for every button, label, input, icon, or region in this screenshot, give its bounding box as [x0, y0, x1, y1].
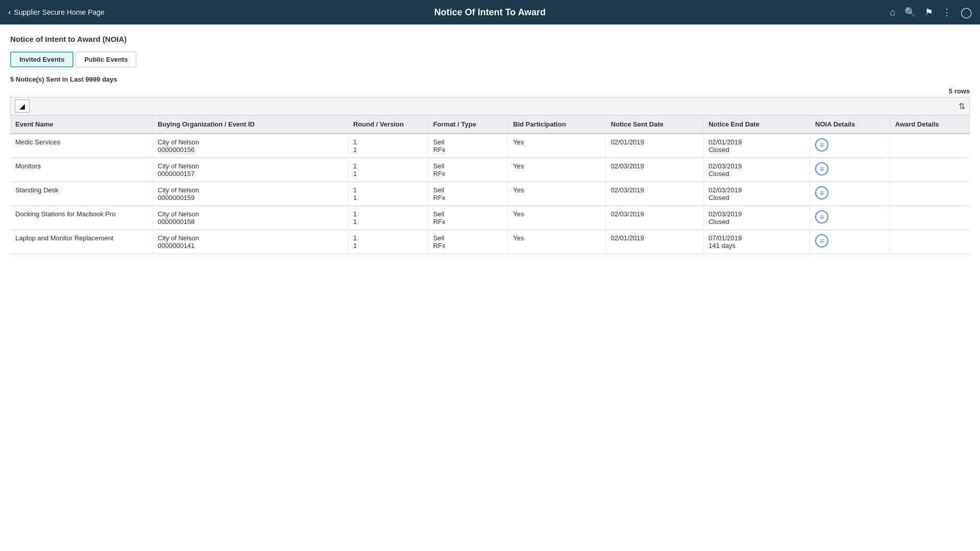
cell-format-type: SellRFx [428, 230, 508, 254]
back-nav[interactable]: ‹ Supplier Secure Home Page [8, 8, 105, 17]
tabs-container: Invited Events Public Events [10, 52, 970, 67]
cell-noia-details: ≡ [810, 182, 890, 206]
rows-info: 5 rows [10, 87, 970, 95]
cell-event-name: Docking Stations for Macbook Pro [10, 206, 153, 230]
cell-award-details [890, 134, 970, 158]
user-icon[interactable]: ◯ [961, 6, 972, 18]
cell-buying-org: City of Nelson0000000157 [153, 158, 348, 182]
cell-bid-participation: Yes [508, 158, 605, 182]
cell-format-type: SellRFx [428, 206, 508, 230]
cell-bid-participation: Yes [508, 182, 605, 206]
filter-button[interactable]: ◢ [15, 99, 30, 113]
cell-notice-sent-date: 02/03/2019 [605, 158, 703, 182]
col-header-buying-org: Buying Organization / Event ID [153, 115, 348, 134]
cell-round-version: 11 [348, 134, 428, 158]
search-icon[interactable]: 🔍 [904, 7, 916, 18]
col-header-event-name: Event Name [10, 115, 153, 134]
cell-buying-org: City of Nelson0000000156 [153, 134, 348, 158]
cell-bid-participation: Yes [508, 230, 605, 254]
col-header-notice-sent: Notice Sent Date [605, 115, 703, 134]
cell-notice-end-date: 07/01/2019141 days [703, 230, 810, 254]
col-header-notice-end: Notice End Date [703, 115, 810, 134]
table-row: Docking Stations for Macbook Pro City of… [10, 206, 970, 230]
cell-award-details [890, 158, 970, 182]
page-heading: Notice of Intent to Award (NOIA) [10, 35, 970, 43]
cell-notice-end-date: 02/03/2019Closed [703, 206, 810, 230]
table-row: Medic Services City of Nelson0000000156 … [10, 134, 970, 158]
cell-notice-end-date: 02/03/2019Closed [703, 182, 810, 206]
page-title: Notice Of Intent To Award [434, 7, 546, 18]
cell-notice-sent-date: 02/01/2019 [605, 230, 703, 254]
cell-event-name: Monitors [10, 158, 153, 182]
cell-round-version: 11 [348, 182, 428, 206]
header-icon-group: ⌂ 🔍 ⚑ ⋮ ◯ [890, 6, 972, 18]
col-header-noia-details: NOIA Details [810, 115, 890, 134]
cell-noia-details: ≡ [810, 206, 890, 230]
cell-award-details [890, 206, 970, 230]
col-header-format: Format / Type [428, 115, 508, 134]
cell-noia-details: ≡ [810, 134, 890, 158]
col-header-round: Round / Version [348, 115, 428, 134]
noia-details-icon[interactable]: ≡ [815, 162, 828, 176]
more-icon[interactable]: ⋮ [942, 7, 951, 18]
cell-notice-end-date: 02/03/2019Closed [703, 158, 810, 182]
noia-table: Event Name Buying Organization / Event I… [10, 115, 970, 254]
back-nav-label: Supplier Secure Home Page [14, 8, 104, 16]
cell-round-version: 11 [348, 158, 428, 182]
noia-details-icon[interactable]: ≡ [815, 138, 828, 152]
cell-buying-org: City of Nelson0000000158 [153, 206, 348, 230]
table-toolbar: ◢ ⇅ [10, 97, 970, 115]
noia-details-icon[interactable]: ≡ [815, 234, 828, 247]
cell-award-details [890, 182, 970, 206]
main-content: Notice of Intent to Award (NOIA) Invited… [0, 24, 980, 264]
cell-award-details [890, 230, 970, 254]
cell-noia-details: ≡ [810, 230, 890, 254]
cell-event-name: Medic Services [10, 134, 153, 158]
cell-bid-participation: Yes [508, 134, 605, 158]
sort-icon[interactable]: ⇅ [959, 102, 965, 111]
tab-public-events[interactable]: Public Events [76, 52, 136, 67]
noia-details-icon[interactable]: ≡ [815, 186, 828, 199]
cell-format-type: SellRFx [428, 134, 508, 158]
cell-notice-sent-date: 02/01/2019 [605, 134, 703, 158]
cell-event-name: Standing Desk [10, 182, 153, 206]
back-arrow-icon: ‹ [8, 8, 11, 17]
cell-bid-participation: Yes [508, 206, 605, 230]
cell-buying-org: City of Nelson0000000141 [153, 230, 348, 254]
noia-details-icon[interactable]: ≡ [815, 210, 828, 223]
notice-count: 5 Notice(s) Sent in Last 9999 days [10, 76, 970, 83]
table-header-row: Event Name Buying Organization / Event I… [10, 115, 970, 134]
cell-format-type: SellRFx [428, 158, 508, 182]
cell-format-type: SellRFx [428, 182, 508, 206]
cell-noia-details: ≡ [810, 158, 890, 182]
home-icon[interactable]: ⌂ [890, 7, 895, 18]
flag-icon[interactable]: ⚑ [925, 7, 933, 18]
tab-invited-events[interactable]: Invited Events [10, 52, 74, 67]
table-row: Standing Desk City of Nelson0000000159 1… [10, 182, 970, 206]
cell-notice-sent-date: 02/03/2019 [605, 182, 703, 206]
cell-round-version: 11 [348, 230, 428, 254]
app-header: ‹ Supplier Secure Home Page Notice Of In… [0, 0, 980, 24]
cell-buying-org: City of Nelson0000000159 [153, 182, 348, 206]
table-row: Monitors City of Nelson0000000157 11 Sel… [10, 158, 970, 182]
col-header-award-details: Award Details [890, 115, 970, 134]
cell-notice-sent-date: 02/03/2019 [605, 206, 703, 230]
cell-round-version: 11 [348, 206, 428, 230]
cell-event-name: Laptop and Monitor Replacement [10, 230, 153, 254]
cell-notice-end-date: 02/01/2019Closed [703, 134, 810, 158]
col-header-bid: Bid Participation [508, 115, 605, 134]
table-row: Laptop and Monitor Replacement City of N… [10, 230, 970, 254]
